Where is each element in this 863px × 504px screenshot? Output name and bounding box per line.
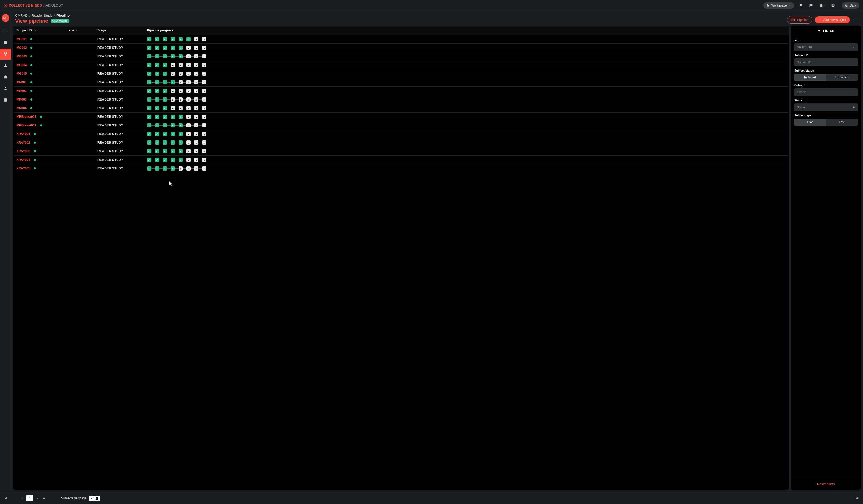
step-done-icon[interactable] [163, 149, 167, 153]
seg-excluded[interactable]: Excluded [826, 74, 858, 81]
step-done-icon[interactable] [155, 54, 159, 59]
step-done-icon[interactable] [163, 123, 167, 127]
step-done-icon[interactable] [155, 149, 159, 153]
subject-id-link[interactable]: MR001 [16, 80, 27, 84]
step-pending-icon[interactable] [186, 123, 190, 127]
step-done-icon[interactable] [147, 141, 151, 145]
step-done-icon[interactable] [178, 123, 183, 127]
step-pending-icon[interactable] [202, 37, 206, 41]
rail-item-reports[interactable] [0, 94, 11, 105]
step-done-icon[interactable] [155, 141, 159, 145]
subject-id-link[interactable]: MR002 [16, 89, 27, 93]
step-done-icon[interactable] [171, 141, 175, 145]
step-pending-icon[interactable] [194, 89, 198, 93]
step-pending-icon[interactable] [194, 123, 198, 127]
step-pending-icon[interactable] [178, 63, 183, 67]
project-avatar[interactable]: RS [2, 14, 9, 22]
subject-id-link[interactable]: MR003 [16, 98, 27, 101]
step-done-icon[interactable] [155, 166, 159, 170]
step-pending-icon[interactable] [194, 166, 198, 170]
step-done-icon[interactable] [163, 46, 167, 50]
step-done-icon[interactable] [163, 80, 167, 85]
subject-id-link[interactable]: XRAY001 [16, 132, 30, 136]
step-done-icon[interactable] [163, 63, 167, 67]
panel-toggle-icon[interactable] [852, 17, 859, 23]
step-done-icon[interactable] [178, 54, 183, 59]
step-done-icon[interactable] [163, 132, 167, 136]
step-done-icon[interactable] [147, 132, 151, 136]
subject-id-link[interactable]: MR004 [16, 106, 27, 110]
reset-filters-button[interactable]: Reset filters [791, 478, 861, 490]
bell-icon[interactable] [798, 2, 804, 9]
step-pending-icon[interactable] [202, 106, 206, 110]
step-done-icon[interactable] [147, 80, 151, 85]
rail-item-institution[interactable] [0, 72, 11, 82]
collapse-rail-icon[interactable] [3, 495, 9, 501]
rail-item-users[interactable] [0, 60, 11, 71]
step-done-icon[interactable] [147, 72, 151, 76]
step-done-icon[interactable] [171, 46, 175, 50]
step-pending-icon[interactable] [178, 106, 183, 110]
step-done-icon[interactable] [147, 89, 151, 93]
step-pending-icon[interactable] [202, 132, 206, 136]
step-pending-icon[interactable] [171, 63, 175, 67]
gear-icon[interactable] [818, 2, 826, 9]
step-done-icon[interactable] [147, 149, 151, 153]
step-done-icon[interactable] [147, 37, 151, 41]
step-pending-icon[interactable] [186, 115, 190, 119]
step-done-icon[interactable] [171, 158, 175, 162]
volume-icon[interactable] [856, 496, 860, 500]
step-done-icon[interactable] [163, 37, 167, 41]
step-done-icon[interactable] [155, 63, 159, 67]
step-pending-icon[interactable] [178, 166, 183, 170]
subject-id-link[interactable]: XRAY004 [16, 158, 30, 161]
step-pending-icon[interactable] [186, 149, 190, 153]
step-pending-icon[interactable] [178, 80, 183, 85]
seg-live[interactable]: Live [794, 118, 826, 126]
step-pending-icon[interactable] [202, 98, 206, 102]
subject-id-link[interactable]: MG004 [16, 63, 27, 67]
step-pending-icon[interactable] [194, 132, 198, 136]
step-pending-icon[interactable] [194, 106, 198, 110]
rail-item-inbox[interactable] [0, 37, 11, 48]
step-done-icon[interactable] [178, 46, 183, 50]
step-done-icon[interactable] [147, 166, 151, 170]
step-pending-icon[interactable] [186, 132, 190, 136]
column-site[interactable]: site ↓↑ [69, 28, 98, 32]
step-pending-icon[interactable] [194, 115, 198, 119]
step-done-icon[interactable] [147, 115, 151, 119]
add-subject-button[interactable]: Add new subject [815, 16, 850, 23]
step-pending-icon[interactable] [194, 37, 198, 41]
step-done-icon[interactable] [171, 54, 175, 59]
step-pending-icon[interactable] [194, 54, 198, 59]
user-avatar-icon[interactable] [830, 2, 838, 9]
step-done-icon[interactable] [163, 166, 167, 170]
step-pending-icon[interactable] [186, 89, 190, 93]
step-done-icon[interactable] [155, 37, 159, 41]
pager-last-icon[interactable] [41, 496, 47, 501]
step-done-icon[interactable] [147, 63, 151, 67]
step-pending-icon[interactable] [194, 63, 198, 67]
step-pending-icon[interactable] [186, 158, 190, 162]
step-pending-icon[interactable] [186, 80, 190, 85]
edit-pipeline-button[interactable]: Edit Pipeline [787, 16, 812, 24]
step-done-icon[interactable] [147, 106, 151, 110]
step-pending-icon[interactable] [194, 149, 198, 153]
step-done-icon[interactable] [147, 46, 151, 50]
rail-item-admin[interactable] [0, 83, 11, 94]
step-done-icon[interactable] [178, 158, 183, 162]
step-done-icon[interactable] [147, 54, 151, 59]
step-done-icon[interactable] [147, 98, 151, 102]
step-done-icon[interactable] [155, 132, 159, 136]
step-done-icon[interactable] [178, 132, 183, 136]
step-pending-icon[interactable] [178, 89, 183, 93]
step-done-icon[interactable] [155, 158, 159, 162]
step-done-icon[interactable] [171, 123, 175, 127]
seg-included[interactable]: Included [794, 74, 826, 81]
step-pending-icon[interactable] [202, 80, 206, 85]
step-done-icon[interactable] [155, 123, 159, 127]
pager-prev-icon[interactable] [20, 496, 25, 501]
step-pending-icon[interactable] [171, 106, 175, 110]
subject-id-link[interactable]: MG001 [16, 37, 27, 41]
step-pending-icon[interactable] [202, 166, 206, 170]
